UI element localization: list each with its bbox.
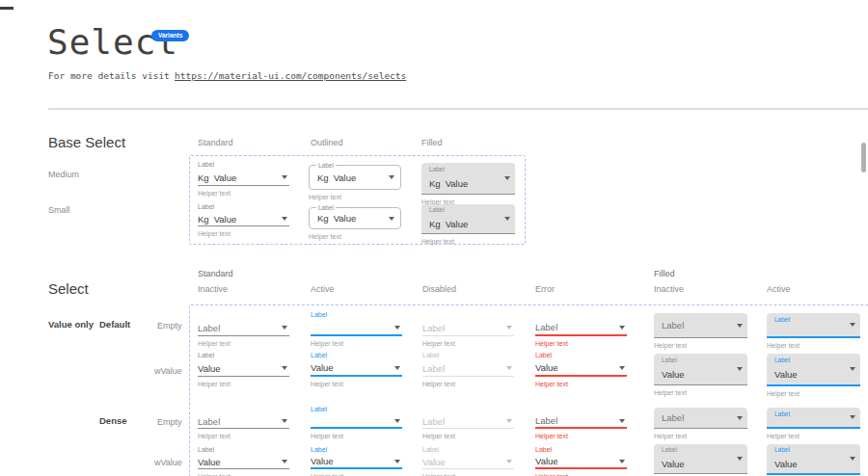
select-dense-standard-error-wvalue[interactable]: Label Value Helper text [535,445,627,476]
select-control[interactable] [311,320,402,336]
select-control[interactable]: Label [198,320,289,336]
dropdown-arrow-icon [282,366,287,370]
select-standard-inactive-wvalue[interactable]: Label Value Helper text [198,351,289,387]
select-control[interactable]: Value [198,455,289,469]
floating-label [198,310,289,320]
select-control[interactable]: Label [654,313,747,338]
select-control[interactable]: Label KgValue [421,204,515,234]
select-control[interactable]: Kg Value [198,212,289,226]
select-control[interactable]: Label [535,414,627,429]
select-value: Value [535,362,558,373]
select-control[interactable]: Label [198,414,289,429]
select-value: Value [214,172,237,183]
select-control[interactable]: Label [767,408,860,429]
dropdown-arrow-icon [282,175,287,179]
dropdown-arrow-icon [282,217,287,221]
select-dense-standard-inactive-wvalue[interactable]: Label Value Helper text [198,445,289,476]
dropdown-arrow-icon [506,326,512,330]
select-control[interactable]: Label [535,320,627,336]
row-label-wvalue: wValue [154,366,182,376]
base-select-outlined-small[interactable]: Label Kg Value Helper text [309,207,401,240]
helper-text: Helper text [535,340,627,347]
helper-text: Helper text [767,342,860,349]
top-left-tick [0,7,14,10]
dropdown-arrow-icon [737,324,743,328]
adornment: Kg [317,213,329,224]
floating-label: Label [535,445,627,455]
select-control[interactable]: Label Value [654,354,747,385]
adornment: Kg [429,219,441,229]
select-control[interactable]: Label [654,408,747,429]
select-filled-inactive-empty[interactable]: Label Helper text [654,313,747,349]
page-title: Select [47,23,178,62]
select-control[interactable]: Value [535,360,627,377]
helper-text: Helper text [422,381,514,387]
dropdown-arrow-icon [389,217,394,221]
select-dense-filled-active-empty[interactable]: Label Helper text [767,408,860,439]
select-control[interactable]: Label KgValue [421,163,515,195]
select-standard-disabled-wvalue: Label Label Helper text [422,351,514,387]
floating-label [422,405,514,414]
select-control[interactable]: Label Value [654,444,747,474]
dropdown-arrow-icon [737,367,743,371]
select-control[interactable]: Label Value [767,444,860,475]
select-control[interactable]: Value [535,455,627,469]
dropdown-arrow-icon [282,460,287,463]
select-value: Value [446,219,469,229]
select-control[interactable]: Label Kg Value [309,207,401,229]
select-standard-error-empty[interactable]: Label Helper text [535,310,627,347]
adornment: Kg [198,214,209,225]
select-value: Label [422,323,445,333]
column-header-error: Error [535,284,555,294]
select-control[interactable]: Label [767,313,860,338]
floating-label: Label [535,351,627,360]
helper-text: Helper text [654,342,747,349]
base-select-standard-small[interactable]: Label Kg Value Helper text [198,202,289,237]
base-select-filled-medium[interactable]: Label KgValue Helper text [421,163,515,205]
select-filled-active-wvalue[interactable]: Label Value Helper text [767,354,860,397]
select-dense-filled-active-wvalue[interactable]: Label Value Helper text [767,444,860,476]
floating-label: Label [662,357,734,364]
select-standard-active-wvalue[interactable]: Label Value Helper text [311,351,402,387]
helper-text: Helper text [767,390,860,397]
select-control[interactable] [311,414,402,429]
select-value: Value [662,459,685,469]
select-dense-filled-inactive-wvalue[interactable]: Label Value Helper text [654,444,747,476]
helper-text: Helper text [309,233,401,240]
select-control[interactable]: Value [198,360,289,377]
helper-text: Helper text [654,433,747,439]
select-standard-error-wvalue[interactable]: Label Value Helper text [535,351,627,387]
helper-text: Helper text [309,194,401,200]
select-standard-active-empty[interactable]: Label Helper text [311,310,402,347]
select-control[interactable]: Label Kg Value [309,165,401,190]
select-dense-standard-error-empty[interactable]: Label Helper text [535,405,627,439]
select-value: Value [422,457,446,467]
base-select-filled-small[interactable]: Label KgValue Helper text [421,204,515,245]
dropdown-arrow-icon [619,419,625,423]
select-control[interactable]: Kg Value [198,170,289,186]
floating-label: Label [198,445,289,455]
select-dense-standard-active-empty[interactable]: Label Helper text [311,405,402,439]
dropdown-arrow-icon [504,217,510,221]
dropdown-arrow-icon [394,366,400,370]
select-filled-inactive-wvalue[interactable]: Label Value Helper text [654,354,747,396]
select-dense-standard-active-wvalue[interactable]: Label Value Helper text [311,445,402,476]
select-value: Label [422,416,445,427]
material-ui-link[interactable]: https://material-ui.com/components/selec… [175,70,406,81]
select-filled-active-empty[interactable]: Label Helper text [767,313,860,349]
floating-label: Label [316,162,336,170]
select-control[interactable]: Value [311,360,402,377]
select-dense-filled-inactive-empty[interactable]: Label Helper text [654,408,747,439]
row-label-empty: Empty [157,321,182,331]
base-select-outlined-medium[interactable]: Label Kg Value Helper text [309,165,401,200]
select-dense-standard-inactive-empty[interactable]: Label Helper text [198,405,289,439]
select-standard-inactive-empty[interactable]: Label Helper text [198,310,289,347]
dropdown-arrow-icon [619,326,625,330]
page-subtitle: For more details visithttps://material-u… [48,70,406,81]
floating-label [535,310,627,320]
select-control[interactable]: Label Value [767,354,860,386]
base-select-standard-medium[interactable]: Label Kg Value Helper text [198,160,289,197]
scrollbar[interactable] [861,143,866,172]
select-control[interactable]: Value [311,455,402,469]
floating-label: Label [316,204,336,212]
